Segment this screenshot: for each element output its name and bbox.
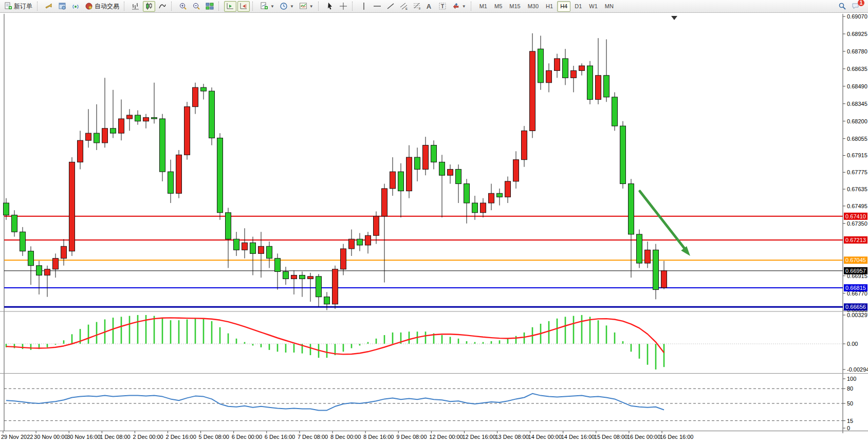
macd-histogram-bar [409,331,410,344]
toolbar-separator [171,2,174,11]
bull-candle [505,181,511,197]
timeframe-button-w1[interactable]: W1 [586,1,601,12]
toolbar-separator [471,2,474,11]
macd-histogram-bar [458,339,459,344]
bull-candle [382,189,387,216]
vertical-line-tool-button[interactable] [358,1,370,12]
bar-chart-button[interactable] [130,1,142,12]
price-axis-tick-label: 0.68345 [847,101,867,107]
signals-button[interactable] [69,1,82,12]
arrows-tool-button[interactable]: ▼ [450,1,468,12]
macd-histogram-bar [30,344,32,350]
bull-candle [308,276,313,279]
arrows-icon [452,2,460,10]
time-axis-label: 30 Nov 00:00 [34,434,67,440]
horizontal-line-tool-button[interactable] [371,1,383,12]
tile-windows-button[interactable] [204,1,216,12]
bear-candle [217,138,223,213]
timeframe-button-m15[interactable]: M15 [506,1,523,12]
bull-candle [102,128,108,143]
time-axis-label: 16 Dec 00:00 [627,434,660,440]
dropdown-arrow-icon: ▼ [290,4,294,9]
fibonacci-tool-button[interactable]: F [411,1,423,12]
timeframe-button-m5[interactable]: M5 [491,1,505,12]
new-chart-button[interactable]: ▼ [258,1,276,12]
autotrading-icon [85,2,93,10]
price-axis-tick-label: 0.68925 [847,31,867,37]
bear-candle [316,276,322,297]
timeframe-button-mn[interactable]: MN [602,1,617,12]
text-label-tool-button[interactable]: T [436,1,449,12]
market-watch-button[interactable] [43,1,55,12]
new-chart-icon [260,2,268,10]
bull-candle [143,118,149,121]
templates-button[interactable]: ▼ [297,1,316,12]
time-axis-label: 9 Dec 08:00 [396,434,427,440]
bear-candle [300,275,305,279]
bull-candle [481,203,486,213]
candlestick-chart-button[interactable] [143,1,155,12]
macd-histogram-bar [63,340,65,344]
time-axis-label: 14 Dec 16:00 [561,434,595,440]
bull-candle [61,246,67,258]
line-chart-button[interactable] [156,1,169,12]
bull-candle [53,259,59,269]
timeframe-button-d1[interactable]: D1 [571,1,585,12]
time-axis-label: 12 Dec 00:00 [429,434,463,440]
timeframe-button-m30[interactable]: M30 [525,1,542,12]
new-order-button[interactable]: 新订单 [2,1,34,12]
zoom-in-button[interactable] [177,1,189,12]
data-window-button[interactable] [56,1,68,12]
bear-candle [629,184,634,234]
zoom-out-icon [192,2,200,10]
periods-button[interactable]: ▼ [278,1,296,12]
bull-candle [448,169,453,175]
auto-scroll-icon [226,2,234,10]
bull-candle [645,250,651,263]
macd-histogram-bar [88,325,89,344]
search-button[interactable] [836,1,848,12]
crosshair-icon [339,2,347,10]
bear-candle [538,49,544,83]
signals-icon [71,2,80,10]
macd-histogram-bar [581,315,583,344]
bear-candle [604,76,610,97]
macd-histogram-bar [261,344,262,347]
auto-scroll-button[interactable] [224,1,236,12]
bear-candle [168,172,174,193]
macd-histogram-bar [129,316,131,344]
price-level-badge-label: 0.67410 [845,213,866,219]
timeframe-button-h4[interactable]: H4 [557,1,570,12]
chart-shift-button[interactable] [237,1,250,12]
bull-candle [596,76,601,100]
cursor-tool-button[interactable] [324,1,336,12]
timeframe-button-h1[interactable]: H1 [543,1,556,12]
trendline-tool-button[interactable] [384,1,397,12]
time-axis-label: 6 Dec 16:00 [265,434,295,440]
price-axis-tick-label: 0.68780 [847,48,867,54]
zoom-out-button[interactable] [190,1,202,12]
toolbar-separator [124,2,127,11]
notifications-button[interactable]: 1 [849,1,862,12]
macd-histogram-bar [392,333,394,344]
macd-histogram-bar [162,319,163,344]
chart-area[interactable]: ▼ AUDUSD-,H4 0.66816 0.67039 0.66804 0.6… [0,13,868,443]
macd-histogram-bar [655,344,657,370]
text-tool-button[interactable]: A [424,1,435,12]
rsi-axis-label: 80 [847,385,853,392]
text-tool-icon: A [427,3,431,10]
data-window-icon [58,2,66,10]
time-axis-label: 13 Dec 08:00 [495,434,529,440]
macd-histogram-bar [515,336,517,344]
bear-candle [464,184,470,203]
autotrading-button[interactable]: 自动交易 [83,1,121,12]
macd-histogram-bar [14,344,15,348]
crosshair-tool-button[interactable] [337,1,349,12]
price-axis-tick-label: 0.67915 [847,152,867,158]
bull-candle [522,131,527,159]
price-axis-tick-label: 0.68490 [847,83,867,89]
equidistant-channel-tool-button[interactable]: E [398,1,410,12]
macd-histogram-bar [524,333,525,344]
bear-candle [267,246,272,258]
timeframe-button-m1[interactable]: M1 [476,1,490,12]
